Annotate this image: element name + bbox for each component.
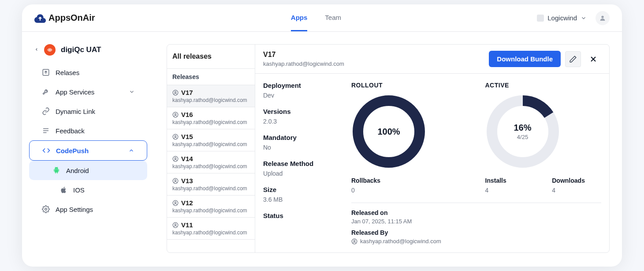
user-circle-icon <box>172 200 179 206</box>
org-selector[interactable]: Logicwind <box>537 14 587 22</box>
detail-header: V17 kashyap.rathod@logicwind.com Downloa… <box>255 45 609 74</box>
sidebar-label: App Services <box>56 88 94 96</box>
close-icon <box>589 55 598 64</box>
chevron-down-icon <box>581 15 587 21</box>
release-item[interactable]: V15 kashyap.rathod@logicwind.com <box>167 129 255 151</box>
app-title-row: digiQc UAT <box>22 44 154 63</box>
release-title: V17 <box>263 51 344 59</box>
eye-icon <box>47 47 53 53</box>
header-right: Logicwind <box>537 11 610 25</box>
active-chart: ACTIVE 16% 4/25 <box>485 82 602 194</box>
release-version-text: V17 <box>181 89 193 96</box>
sidebar-item-app-services[interactable]: App Services <box>29 82 147 102</box>
sidebar-label: Feedback <box>56 127 85 135</box>
sidebar-item-codepush[interactable]: CodePush <box>29 140 147 161</box>
main-content: All releases Releases V17 kashyap.rathod… <box>154 32 622 265</box>
active-ratio: 4/25 <box>514 134 531 140</box>
release-item[interactable]: V11 kashyap.rathod@logicwind.com <box>167 218 255 240</box>
user-circle-icon <box>351 238 357 245</box>
tab-apps[interactable]: Apps <box>291 5 308 31</box>
mandatory-value: No <box>263 144 338 151</box>
info-column: DeploymentDev Versions2.0.3 MandatoryNo … <box>263 82 338 245</box>
release-email-text: kashyap.rathod@logicwind.com <box>172 230 249 236</box>
installs-value: 4 <box>485 187 535 194</box>
rollout-percent: 100% <box>377 127 400 137</box>
user-avatar[interactable] <box>596 11 610 25</box>
release-version-text: V15 <box>181 133 193 140</box>
release-version-text: V12 <box>181 199 193 207</box>
sidebar-label: CodePush <box>56 147 89 154</box>
versions-label: Versions <box>263 108 338 115</box>
sidebar-item-feedback[interactable]: Feedback <box>29 121 147 140</box>
svg-point-1 <box>49 49 51 51</box>
tab-team[interactable]: Team <box>325 5 341 31</box>
release-item[interactable]: V13 kashyap.rathod@logicwind.com <box>167 173 255 196</box>
svg-point-14 <box>175 158 176 159</box>
deployment-label: Deployment <box>263 82 338 89</box>
android-icon <box>52 166 61 175</box>
chevron-left-icon <box>34 46 39 53</box>
user-circle-icon <box>172 112 179 118</box>
release-item[interactable]: V16 kashyap.rathod@logicwind.com <box>167 107 255 129</box>
release-version-text: V16 <box>181 111 193 118</box>
user-circle-icon <box>172 178 179 184</box>
sidebar-label: Android <box>66 167 89 174</box>
rollout-title: ROLLOUT <box>351 82 468 89</box>
release-item[interactable]: V17 kashyap.rathod@logicwind.com <box>167 85 255 107</box>
back-button[interactable] <box>34 46 39 54</box>
sidebar-item-android[interactable]: Android <box>29 161 147 180</box>
size-value: 3.6 MB <box>263 196 338 203</box>
status-label: Status <box>263 212 338 219</box>
release-item[interactable]: V14 kashyap.rathod@logicwind.com <box>167 151 255 173</box>
sidebar-item-ios[interactable]: IOS <box>29 180 147 199</box>
released-by-label: Released By <box>351 229 601 236</box>
svg-point-18 <box>175 202 176 203</box>
sidebar: digiQc UAT Relases App Services Dynamic … <box>22 32 154 265</box>
release-email-text: kashyap.rathod@logicwind.com <box>172 185 249 192</box>
active-title: ACTIVE <box>485 82 602 89</box>
release-version-text: V13 <box>181 177 193 184</box>
logo[interactable]: AppsOnAir <box>34 12 95 24</box>
gear-icon <box>41 205 50 214</box>
code-icon <box>42 146 51 155</box>
user-circle-icon <box>172 156 179 162</box>
svg-point-6 <box>45 208 47 211</box>
download-bundle-button[interactable]: Download Bundle <box>489 51 561 67</box>
wrench-icon <box>41 87 50 96</box>
cloud-upload-icon <box>34 12 46 24</box>
sidebar-item-app-settings[interactable]: App Settings <box>29 199 147 219</box>
size-label: Size <box>263 186 338 193</box>
release-version-text: V14 <box>181 155 193 162</box>
sidebar-label: App Settings <box>56 206 93 213</box>
releases-header: All releases <box>167 45 255 69</box>
user-icon <box>599 15 606 22</box>
svg-point-8 <box>175 91 176 93</box>
sidebar-item-releases[interactable]: Relases <box>29 63 147 82</box>
svg-point-27 <box>354 240 355 242</box>
release-method-label: Release Method <box>263 160 338 167</box>
release-email-text: kashyap.rathod@logicwind.com <box>172 141 249 147</box>
app-name: digiQc UAT <box>61 45 101 54</box>
versions-value: 2.0.3 <box>263 118 338 125</box>
release-item[interactable]: V12 kashyap.rathod@logicwind.com <box>167 196 255 218</box>
stats-column: ROLLOUT 100% Rollbacks0 <box>351 82 601 245</box>
release-email-text: kashyap.rathod@logicwind.com <box>172 97 249 103</box>
svg-point-12 <box>175 136 176 137</box>
app-icon <box>44 44 56 56</box>
rollbacks-value: 0 <box>351 187 468 194</box>
edit-button[interactable] <box>565 51 581 67</box>
released-by-value: kashyap.rathod@logicwind.com <box>360 238 441 245</box>
user-circle-icon <box>172 90 179 96</box>
sidebar-item-dynamic-link[interactable]: Dynamic Link <box>29 102 147 121</box>
release-email-text: kashyap.rathod@logicwind.com <box>172 119 249 125</box>
release-email-text: kashyap.rathod@logicwind.com <box>172 207 249 214</box>
svg-point-16 <box>175 180 176 181</box>
link-icon <box>41 107 50 116</box>
org-icon <box>537 15 544 22</box>
released-info: Released on Jan 07, 2025, 11:15 AM Relea… <box>351 203 601 245</box>
logo-text: AppsOnAir <box>48 13 95 23</box>
upload-icon <box>41 68 50 77</box>
close-button[interactable] <box>585 51 601 67</box>
rollout-chart: ROLLOUT 100% Rollbacks0 <box>351 82 468 194</box>
released-on-value: Jan 07, 2025, 11:15 AM <box>351 218 601 225</box>
